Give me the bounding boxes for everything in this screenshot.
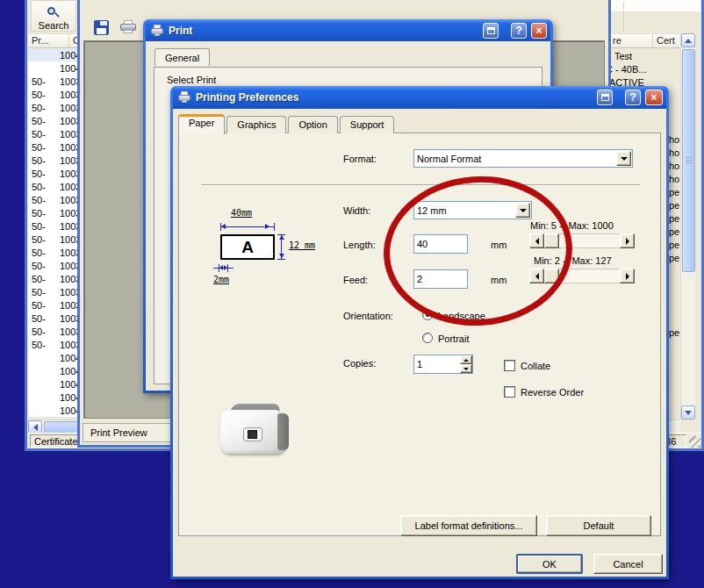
group-label-select-printer: Select Print <box>167 75 216 85</box>
prefs-title: Printing Preferences <box>196 91 593 104</box>
prefs-tabs: PaperGraphicsOptionSupport <box>178 113 396 133</box>
tab-option[interactable]: Option <box>288 116 337 133</box>
toolbar-divider <box>623 2 624 32</box>
ok-button[interactable]: OK <box>516 554 583 574</box>
cell-pr: 50- <box>28 221 60 232</box>
cell-pr: 50- <box>28 195 60 205</box>
radio-portrait[interactable] <box>422 333 433 343</box>
length-range-label: Min: 5 -- Max: 1000 <box>530 220 614 231</box>
print-dialog-titlebar[interactable]: Print ? × <box>146 19 550 41</box>
feed-input[interactable] <box>413 269 468 289</box>
radio-landscape[interactable] <box>422 310 433 320</box>
orientation-label: Orientation: <box>343 311 393 321</box>
slider-thumb[interactable] <box>544 269 559 283</box>
format-value: Normal Format <box>417 154 481 164</box>
radio-portrait-label: Portrait <box>438 333 469 344</box>
feed-range-label: Min: 2 -- Max: 127 <box>534 255 612 266</box>
width-dropdown[interactable]: 12 mm <box>413 201 532 219</box>
close-button[interactable]: × <box>645 90 663 105</box>
resize-grip[interactable] <box>689 436 700 448</box>
label-size-diagram: 40mm A 12 mm 2mm <box>212 208 326 296</box>
window-icon-button[interactable] <box>483 23 499 39</box>
table-cell-fragment: pe <box>669 200 679 211</box>
tab-graphics[interactable]: Graphics <box>226 116 286 133</box>
column-header-cert-right[interactable]: Cert <box>653 34 681 47</box>
separator <box>201 184 640 186</box>
collate-checkbox[interactable] <box>504 360 515 371</box>
save-icon[interactable] <box>94 20 109 35</box>
printer-icon <box>150 25 164 37</box>
slider-track[interactable] <box>559 269 620 283</box>
width-label: Width: <box>343 205 370 216</box>
slider-right-arrow[interactable] <box>620 233 635 248</box>
slider-left-arrow[interactable] <box>529 269 544 283</box>
dropdown-arrow-icon[interactable] <box>616 151 631 166</box>
copies-spin-up[interactable] <box>460 355 472 364</box>
search-label: Search <box>39 20 69 31</box>
cell-pr: 50- <box>28 326 60 337</box>
table-cell-fragment: pe <box>669 327 679 338</box>
feed-label: Feed: <box>343 275 368 285</box>
close-button[interactable]: × <box>531 23 547 39</box>
slider-left-arrow[interactable] <box>529 233 544 248</box>
tab-support[interactable]: Support <box>340 116 395 133</box>
vertical-scrollbar[interactable] <box>680 33 695 419</box>
window-icon-button[interactable] <box>597 90 613 105</box>
label-preview: A <box>220 234 275 260</box>
length-slider[interactable] <box>529 233 635 248</box>
table-cell: C - 40B... <box>606 64 646 75</box>
search-button[interactable]: Search <box>31 0 76 32</box>
prefs-body: PaperGraphicsOptionSupport Format: Norma… <box>173 109 666 577</box>
scroll-left-button[interactable] <box>28 420 42 434</box>
length-input[interactable] <box>413 234 468 254</box>
tab-general[interactable]: General <box>154 48 210 66</box>
slider-right-arrow[interactable] <box>620 269 635 283</box>
table-cell-fragment: pe <box>669 187 679 197</box>
printer-product-image <box>219 403 292 455</box>
column-header-pr[interactable]: Pr... <box>28 34 69 47</box>
radio-landscape-label: Landscape <box>438 311 485 321</box>
reverse-order-checkbox[interactable] <box>504 386 515 398</box>
copies-spin-down[interactable] <box>460 364 472 373</box>
cancel-button[interactable]: Cancel <box>593 554 663 574</box>
print-icon[interactable] <box>120 20 137 34</box>
cell-pr: 50- <box>28 76 60 87</box>
table-cell-fragment: ho <box>669 134 679 145</box>
cell-pr: 50- <box>28 155 60 166</box>
help-button[interactable]: ? <box>511 23 527 39</box>
scroll-down-button[interactable] <box>681 405 695 419</box>
printer-icon <box>177 91 191 104</box>
slider-track[interactable] <box>559 233 620 248</box>
table-cell-fragment: ho <box>669 147 679 158</box>
cell-pr: 50- <box>28 247 60 258</box>
cell-pr: 50- <box>28 313 60 324</box>
search-icon <box>47 7 60 19</box>
scroll-up-button[interactable] <box>681 33 695 47</box>
dropdown-arrow-icon[interactable] <box>515 203 530 218</box>
diagram-width-dim: 40mm <box>231 208 252 218</box>
print-dialog-title: Print <box>169 25 478 37</box>
cell-pr: 50- <box>28 208 60 219</box>
prefs-titlebar[interactable]: Printing Preferences ? × <box>173 86 666 109</box>
cell-pr: 50- <box>28 129 60 140</box>
copies-label: Copies: <box>343 358 376 369</box>
cell-pr: 50- <box>28 261 60 271</box>
help-button[interactable]: ? <box>625 90 641 105</box>
default-button[interactable]: Default <box>546 515 651 536</box>
length-label: Length: <box>343 240 376 250</box>
table-cell-fragment: pe <box>669 213 679 224</box>
feed-unit: mm <box>491 275 506 285</box>
slider-thumb[interactable] <box>544 233 559 248</box>
cell-pr: 50- <box>28 287 60 298</box>
table-cell-fragment: pe <box>669 253 679 263</box>
feed-slider[interactable] <box>529 269 635 283</box>
width-value: 12 mm <box>417 205 447 216</box>
paper-tab-panel: Format: Normal Format 40mm A 1 <box>178 133 661 536</box>
cell-pr: 50- <box>28 340 60 350</box>
scrollbar-thumb[interactable] <box>682 49 695 272</box>
label-format-definitions-button[interactable]: Label format definitions... <box>400 515 537 536</box>
cell-pr: 50- <box>28 300 60 311</box>
format-dropdown[interactable]: Normal Format <box>413 149 633 168</box>
format-label: Format: <box>343 154 377 164</box>
tab-paper[interactable]: Paper <box>178 114 225 134</box>
